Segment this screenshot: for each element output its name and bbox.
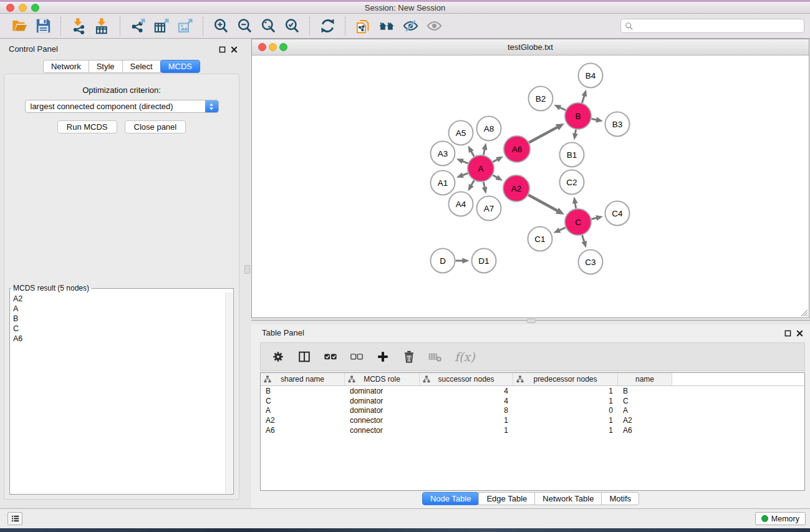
graph-node-A3[interactable]: A3 — [431, 142, 455, 166]
table-options-icon[interactable] — [270, 349, 286, 365]
graph-edge-C-C2[interactable] — [572, 196, 578, 208]
graph-edge-A6-B[interactable] — [529, 123, 564, 143]
graph-edge-A-A1[interactable] — [456, 173, 468, 178]
tab-motifs[interactable]: Motifs — [601, 492, 639, 505]
first-neighbors-icon[interactable] — [375, 16, 398, 37]
graph-node-A5[interactable]: A5 — [449, 121, 473, 145]
graph-node-A6[interactable]: A6 — [504, 136, 530, 162]
table-row[interactable]: A2connector11A2 — [261, 415, 804, 425]
horizontal-splitter[interactable] — [251, 318, 810, 324]
graph-node-A4[interactable]: A4 — [449, 192, 473, 216]
export-image-icon[interactable] — [173, 16, 197, 37]
graph-edge-A-A3[interactable] — [456, 158, 468, 163]
graph-edge-B-B2[interactable] — [554, 105, 566, 110]
table-row[interactable]: Adominator80A — [261, 406, 804, 416]
graph-edge-C-C3[interactable] — [581, 235, 587, 248]
table-row[interactable]: Bdominator41B — [261, 386, 804, 396]
graph-node-B2[interactable]: B2 — [529, 87, 553, 111]
zoom-selected-icon[interactable] — [280, 16, 304, 37]
graph-node-A7[interactable]: A7 — [477, 196, 501, 221]
search-input[interactable] — [636, 21, 804, 32]
close-panel-button-mcds[interactable]: Close panel — [125, 120, 186, 133]
import-network-icon[interactable] — [67, 16, 90, 37]
hide-selected-icon[interactable] — [398, 16, 422, 37]
open-file-icon[interactable] — [7, 16, 31, 37]
import-table-icon[interactable] — [90, 16, 114, 37]
task-history-button[interactable] — [7, 512, 22, 525]
graph-node-A1[interactable]: A1 — [431, 171, 455, 195]
graph-edge-B-B3[interactable] — [592, 117, 603, 123]
graph-node-A[interactable]: A — [468, 155, 494, 181]
table-row[interactable]: A6connector11A6 — [261, 425, 804, 435]
zoom-in-icon[interactable] — [209, 16, 233, 37]
graph-node-B4[interactable]: B4 — [579, 64, 603, 88]
save-session-icon[interactable] — [31, 16, 55, 37]
graph-node-B1[interactable]: B1 — [560, 143, 584, 167]
graph-node-C1[interactable]: C1 — [528, 227, 552, 251]
mcds-result-item[interactable]: A2 — [13, 294, 224, 304]
tab-network[interactable]: Network — [43, 60, 89, 73]
graph-edge-B-B4[interactable] — [582, 89, 587, 103]
tab-network-table[interactable]: Network Table — [534, 492, 602, 505]
graph-node-A2[interactable]: A2 — [503, 175, 529, 201]
graph-edge-C-C4[interactable] — [591, 215, 603, 221]
show-all-icon[interactable] — [422, 16, 446, 37]
graph-node-D1[interactable]: D1 — [472, 249, 496, 273]
table-close-button[interactable] — [796, 329, 804, 337]
tab-node-table[interactable]: Node Table — [422, 492, 480, 505]
graph-node-A8[interactable]: A8 — [477, 117, 501, 141]
tab-select[interactable]: Select — [122, 60, 161, 73]
mcds-result-item[interactable]: B — [13, 314, 224, 324]
graph-node-C[interactable]: C — [565, 209, 591, 235]
zoom-fit-icon[interactable] — [256, 16, 280, 37]
vertical-splitter[interactable] — [243, 41, 251, 505]
mcds-result-item[interactable]: A6 — [13, 334, 224, 344]
close-panel-button[interactable] — [230, 46, 238, 54]
network-graph[interactable]: B4B2BB3A8A5A6B1A3AA1C2A2A4A7C4CC1C3DD1 — [252, 56, 809, 317]
result-scrollbar[interactable] — [225, 293, 233, 493]
vertical-splitter-handle[interactable] — [244, 265, 250, 274]
graph-node-C3[interactable]: C3 — [579, 250, 603, 274]
mcds-result-item[interactable]: A — [13, 304, 224, 314]
column-header-shared-name[interactable]: shared name — [261, 373, 345, 385]
column-header-mcds-role[interactable]: MCDS role — [345, 373, 420, 385]
search-box[interactable] — [620, 19, 804, 33]
optimization-criterion-select[interactable]: largest connected component (directed) — [25, 100, 219, 113]
memory-button[interactable]: Memory — [755, 512, 806, 525]
column-visibility-icon[interactable] — [296, 349, 312, 365]
resize-grip-icon[interactable] — [799, 308, 808, 317]
column-header-predecessor-nodes[interactable]: predecessor nodes — [513, 373, 618, 385]
export-network-icon[interactable] — [126, 16, 150, 37]
tab-mcds[interactable]: MCDS — [160, 60, 200, 73]
graph-edge-A-A4[interactable] — [468, 180, 475, 191]
graph-edge-A2-C[interactable] — [528, 195, 564, 215]
delete-column-icon[interactable] — [401, 349, 417, 365]
column-header-name[interactable]: name — [618, 373, 672, 385]
graph-edge-D-D1[interactable] — [456, 258, 470, 264]
tab-style[interactable]: Style — [89, 60, 123, 73]
network-from-selection-icon[interactable] — [351, 16, 375, 37]
column-header-successor-nodes[interactable]: successor nodes — [420, 373, 513, 385]
graph-edge-A-A7[interactable] — [482, 182, 488, 194]
network-canvas[interactable]: B4B2BB3A8A5A6B1A3AA1C2A2A4A7C4CC1C3DD1 — [252, 56, 809, 317]
run-mcds-button[interactable]: Run MCDS — [57, 120, 117, 133]
graph-edge-A-A5[interactable] — [468, 145, 475, 156]
graph-node-C2[interactable]: C2 — [560, 170, 584, 195]
graph-edge-B-B1[interactable] — [572, 130, 578, 140]
table-row[interactable]: Cdominator41C — [261, 396, 804, 406]
zoom-out-icon[interactable] — [233, 16, 256, 37]
horizontal-splitter-handle[interactable] — [527, 319, 536, 323]
graph-edge-A-A6[interactable] — [493, 157, 503, 162]
refresh-layout-icon[interactable] — [316, 16, 339, 37]
deselect-all-icon[interactable] — [349, 349, 365, 365]
export-table-icon[interactable] — [150, 16, 173, 37]
graph-node-B[interactable]: B — [565, 103, 591, 129]
float-panel-button[interactable] — [218, 46, 226, 54]
graph-edge-A-A8[interactable] — [482, 143, 488, 155]
mcds-result-item[interactable]: C — [13, 324, 224, 334]
graph-edge-A-A2[interactable] — [493, 175, 503, 180]
graph-node-C4[interactable]: C4 — [605, 201, 630, 226]
select-all-icon[interactable] — [322, 349, 339, 365]
tab-edge-table[interactable]: Edge Table — [478, 492, 535, 505]
graph-node-D[interactable]: D — [431, 249, 455, 273]
